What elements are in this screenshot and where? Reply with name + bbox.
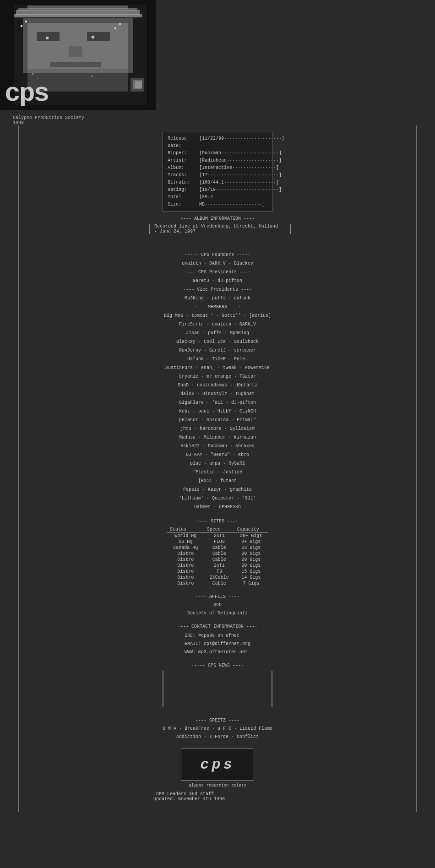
member-item: ShaD · nostradamus · d0gfartz [149, 381, 286, 390]
svg-rect-25 [135, 81, 142, 88]
news-content [163, 671, 272, 707]
svg-text:cps: cps [5, 79, 49, 108]
total-size-row: Total Size: [89.4 MB····················… [168, 194, 267, 208]
presidents-section: ·--- CPS Presidents ---· GaretJ · dJ-pif… [149, 268, 286, 285]
sites-cell: Distro [167, 575, 204, 580]
sites-cell: Cable [204, 580, 234, 586]
album-label: Album: [168, 164, 197, 172]
tracks-row: Tracks: [17··························] [168, 172, 267, 179]
footer-logo-sub: alypso roduction ociety [189, 783, 246, 788]
sites-col-capacity: Capacity [234, 526, 268, 533]
svg-rect-22 [101, 71, 102, 72]
member-item: [Rx11 · futant [149, 477, 286, 485]
org-name: Calypso Production Society [13, 115, 84, 120]
news-label: ·-·-- CPS NEWS ---· [149, 663, 286, 668]
svg-rect-11 [50, 62, 101, 67]
artist-label: Artist: [168, 157, 197, 164]
member-item: Blackey · Cool_Ice · SoulShock [149, 337, 286, 346]
sites-cell: Cable [204, 557, 234, 563]
svg-rect-15 [114, 27, 116, 29]
sites-row: Distro2XCable14 Gigs [167, 575, 268, 580]
sites-cell: 20+ Gigs [234, 533, 268, 539]
sites-tbody: World HQ2xT120+ GigsUS HQFIOS9+ GigsCana… [167, 533, 268, 587]
tracks-label: Tracks: [168, 172, 197, 179]
sites-row: DistroT315 Gigs [167, 569, 268, 575]
rating-value: [10/10·······················] [199, 186, 282, 194]
sites-row: Canada HQCable23 Gigs [167, 545, 268, 551]
sites-cell: 2xT1 [204, 533, 234, 539]
sites-cell: Cable [204, 551, 234, 557]
member-item: RonJerny · GaretJ · screamer [149, 346, 286, 355]
sites-cell: 20 Gigs [234, 563, 268, 569]
members-section: ·--- MEMBERS ---· Big_MoG · tomcat ' · G… [149, 303, 286, 511]
sites-cell: 7 Gigs [234, 580, 268, 586]
header-image: cps [0, 0, 156, 110]
footer-credits: -CPS Leaders and staff Updated: November… [149, 792, 286, 802]
sites-cell: Distro [167, 551, 204, 557]
news-section: ·-·-- CPS NEWS ---· [149, 663, 286, 707]
sites-cell: Distro [167, 580, 204, 586]
footer-credits-line1: -CPS Leaders and staff [153, 792, 286, 797]
sites-cell: US HQ [167, 539, 204, 545]
affils-name: SoD [149, 601, 286, 609]
header-svg: cps [0, 0, 156, 110]
total-size-value: [89.4 MB·····················] [199, 194, 267, 208]
svg-rect-5 [14, 14, 142, 17]
affils-label: ·--- AFFILS ---· [149, 593, 286, 601]
sites-cell: World HQ [167, 533, 204, 539]
greetz-label: ---- GREETZ ---- [149, 716, 286, 725]
sites-col-speed: Speed [204, 526, 234, 533]
svg-rect-13 [21, 25, 22, 27]
svg-rect-19 [32, 73, 33, 75]
release-date-row: Release Date: [11/22/99·················… [168, 135, 267, 150]
sites-cell: 2XCable [204, 575, 234, 580]
news-right-border [272, 671, 272, 707]
footer-logo-sub-2: ociety [231, 783, 246, 788]
sites-cell: 9+ Gigs [234, 539, 268, 545]
footer-logo-sub-0: alypso [189, 783, 203, 788]
ripper-value: [Duckman·····················] [199, 150, 282, 157]
right-border-line [416, 125, 417, 812]
sites-cell: 20 Gigs [234, 557, 268, 563]
sites-cell: Distro [167, 563, 204, 569]
ripper-row: Ripper: [Duckman·····················] [168, 150, 267, 157]
svg-rect-21 [92, 76, 93, 77]
founders-section: ·-·-- CPS Founders --·-· emaleth · DARK_… [149, 250, 286, 268]
greetz-text: U M A · BreakFree · a F C · Liquid Flame… [163, 725, 272, 741]
contact-section: ·--- CONTACT INFORMATION ---· IRC: #cps9… [149, 624, 286, 656]
vice-presidents-label: ·--- Vice Presidents ---· [149, 285, 286, 294]
member-item: pluc · arpa · RyGaR2 [149, 459, 286, 468]
member-item: Jisan · puffs · Mp3King [149, 329, 286, 337]
sites-label: ·--- SITES ---· [149, 519, 286, 524]
sites-cell: FIOS [204, 539, 234, 545]
sites-cell: 20 Gigs [234, 551, 268, 557]
sites-cell: 23 Gigs [234, 545, 268, 551]
sites-cell: Cable [204, 545, 234, 551]
sites-cell: 2xT1 [204, 563, 234, 569]
artist-value: [Radiohead···················] [199, 157, 282, 164]
contact-irc: IRC: #cps98 on efnet [185, 632, 250, 640]
ripper-label: Ripper: [168, 150, 197, 157]
vice-presidents-members: Mp3King · puffs · dafunk [149, 294, 286, 303]
album-note-block: Recorded live at Vredenburg, Utrecht, Ho… [149, 224, 286, 234]
contact-label: ·--- CONTACT INFORMATION ---· [149, 624, 286, 629]
member-item: GigaFlare · '911 · dJ-pifton [149, 398, 286, 407]
member-item: AustinPurs · enan_ · tweak · PowerMike [149, 363, 286, 372]
tracks-value: [17··························] [199, 172, 282, 179]
footer-logo-sub-1: roduction [207, 783, 229, 788]
contact-web: WWW: mp3.oftheinter.net [185, 648, 250, 656]
svg-rect-10 [69, 46, 82, 57]
album-note-text: Recorded live at Vredenburg, Utrecht, Ho… [154, 224, 286, 234]
footer-logo-area: cps alypso roduction ociety [149, 749, 286, 788]
release-date-label: Release Date: [168, 135, 197, 150]
footer-logo-box: cps [181, 749, 254, 781]
founders-label: ·-·-- CPS Founders --·-· [149, 250, 286, 259]
svg-rect-9 [87, 32, 110, 41]
sites-cell: 15 Gigs [234, 569, 268, 575]
note-right-border [290, 224, 291, 234]
news-left-border [163, 671, 163, 707]
left-border-line [18, 125, 19, 812]
member-item: DJ-KAY · "BeerS" · ebro [149, 450, 286, 459]
affils-section: ·--- AFFILS ---· SoD Society of Delinqui… [149, 593, 286, 618]
sites-header-row: Status Speed Capacity [167, 526, 268, 533]
